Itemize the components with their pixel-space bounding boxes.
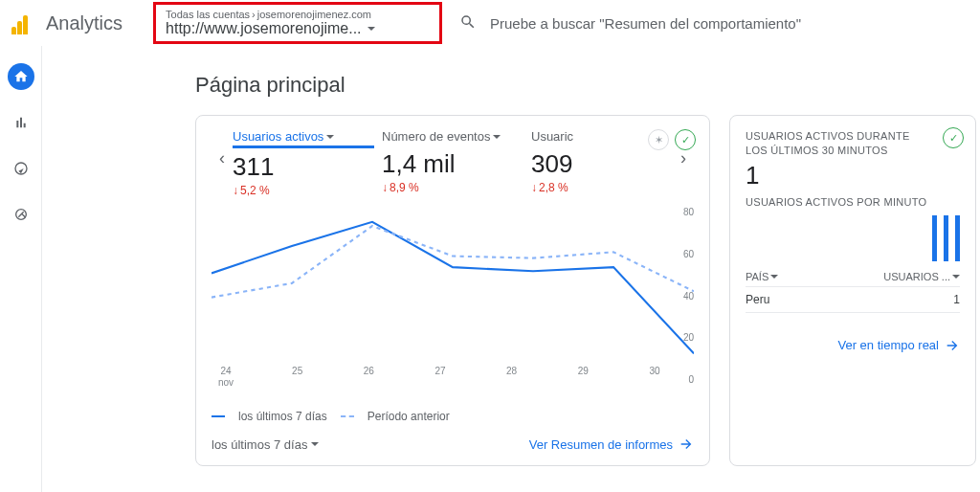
x-axis-ticks: 24nov 25 26 27 28 29 30 [212,366,669,376]
sidebar-item-explore[interactable] [8,155,34,182]
y-axis-ticks: 80 60 40 20 0 [671,205,694,387]
caret-down-icon [493,135,501,139]
caret-down-icon [952,275,960,279]
status-ok-icon: ✓ [943,127,964,148]
metric-event-count[interactable]: Número de eventos 1,4 mil 8,9 % [382,129,523,197]
caret-down-icon [311,442,319,446]
realtime-sparkline [746,212,960,261]
property-breadcrumb: Todas las cuentas›josemorenojimenez.com [166,9,424,20]
property-selector[interactable]: Todas las cuentas›josemorenojimenez.com … [153,2,442,44]
table-row: Peru 1 [746,287,960,313]
search-bar[interactable]: Pruebe a buscar "Resumen del comportamie… [459,13,972,34]
realtime-subtitle: USUARIOS ACTIVOS POR MINUTO [746,196,960,208]
sidebar-item-home[interactable] [8,63,34,90]
caret-down-icon [770,275,778,279]
view-realtime-link[interactable]: Ver en tiempo real [746,338,960,353]
search-icon [459,13,477,34]
search-placeholder: Pruebe a buscar "Resumen del comportamie… [490,15,801,32]
caret-down-icon [368,27,375,31]
realtime-title: USUARIOS ACTIVOS DURANTE LOS ÚLTIMOS 30 … [746,129,927,159]
sidebar [0,46,42,492]
property-url: http://www.josemorenojime... [166,20,362,37]
overview-card: ✶ ✓ ‹ Usuarios activos 311 5,2 % Número … [195,115,710,466]
realtime-card: ✓ USUARIOS ACTIVOS DURANTE LOS ÚLTIMOS 3… [729,115,976,466]
chart-legend: los últimos 7 días Período anterior [212,410,694,423]
brand-label: Analytics [46,12,122,34]
metric-active-users[interactable]: Usuarios activos 311 5,2 % [233,129,374,197]
metric-users[interactable]: Usuaric 309 2,8 % [531,129,673,197]
page-title: Página principal [195,73,980,98]
sidebar-item-reports[interactable] [8,109,34,136]
view-reports-link[interactable]: Ver Resumen de informes [529,436,694,452]
overview-chart: 80 60 40 20 0 24nov 25 26 27 28 29 30 [212,205,694,387]
caret-down-icon [326,135,334,139]
carousel-prev[interactable]: ‹ [212,129,233,187]
carousel-next[interactable]: › [673,129,694,187]
realtime-table-header: PAÍS USUARIOS ... [746,271,960,287]
date-range-selector[interactable]: los últimos 7 días [212,437,319,452]
sidebar-item-advertising[interactable] [8,201,34,228]
realtime-value: 1 [746,161,960,190]
analytics-logo-icon [11,11,34,34]
